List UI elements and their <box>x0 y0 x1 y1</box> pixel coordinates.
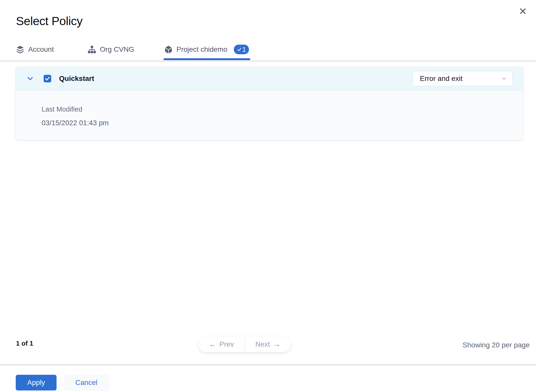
layers-icon <box>16 45 24 54</box>
check-icon <box>237 47 242 52</box>
arrow-right-icon: → <box>273 340 280 348</box>
tab-project-chidemo-label: Project chidemo <box>176 45 227 54</box>
per-page-info: Showing 20 per page <box>462 341 530 349</box>
policy-name: Quickstart <box>59 75 94 83</box>
tab-org-cvng-label: Org CVNG <box>100 45 134 54</box>
cancel-button[interactable]: Cancel <box>64 375 109 390</box>
collapse-row-button[interactable] <box>26 74 34 83</box>
tab-account[interactable]: Account <box>16 42 54 57</box>
next-label: Next <box>255 340 270 348</box>
close-icon <box>519 7 527 15</box>
tab-account-label: Account <box>28 45 54 54</box>
cube-icon <box>164 45 173 54</box>
last-modified-label: Last Modified <box>42 105 523 113</box>
policy-row[interactable]: Quickstart Error and exit <box>16 67 523 91</box>
last-modified-value: 03/15/2022 01:43 pm <box>42 119 523 127</box>
tab-org-cvng[interactable]: Org CVNG <box>88 42 134 57</box>
chevron-down-icon <box>26 75 34 83</box>
apply-button[interactable]: Apply <box>16 375 57 390</box>
page-info: 1 of 1 <box>16 340 33 347</box>
select-policy-dialog: Select Policy Account Org CVNG Project c <box>0 0 536 392</box>
tab-project-chidemo[interactable]: Project chidemo 1 <box>164 42 249 57</box>
pager: ← Prev Next → <box>199 336 291 352</box>
selected-count-badge: 1 <box>234 45 249 54</box>
tabs-divider <box>0 60 536 62</box>
policy-details: Last Modified 03/15/2022 01:43 pm <box>16 91 523 127</box>
policy-card: Quickstart Error and exit Last Modified … <box>16 67 523 140</box>
checkmark-icon <box>44 76 50 82</box>
footer-divider <box>0 364 536 366</box>
close-button[interactable] <box>517 6 528 17</box>
policy-action-value: Error and exit <box>420 75 501 83</box>
arrow-left-icon: ← <box>209 340 216 348</box>
page-title: Select Policy <box>16 14 83 28</box>
prev-label: Prev <box>219 340 234 348</box>
prev-page-button[interactable]: ← Prev <box>199 336 245 352</box>
select-chevron-down-icon <box>501 75 507 82</box>
hierarchy-icon <box>88 45 96 54</box>
badge-count: 1 <box>242 46 246 53</box>
policy-checkbox[interactable] <box>44 75 51 82</box>
next-page-button[interactable]: Next → <box>245 336 291 352</box>
active-tab-indicator <box>164 58 250 60</box>
policy-action-select[interactable]: Error and exit <box>413 71 513 86</box>
